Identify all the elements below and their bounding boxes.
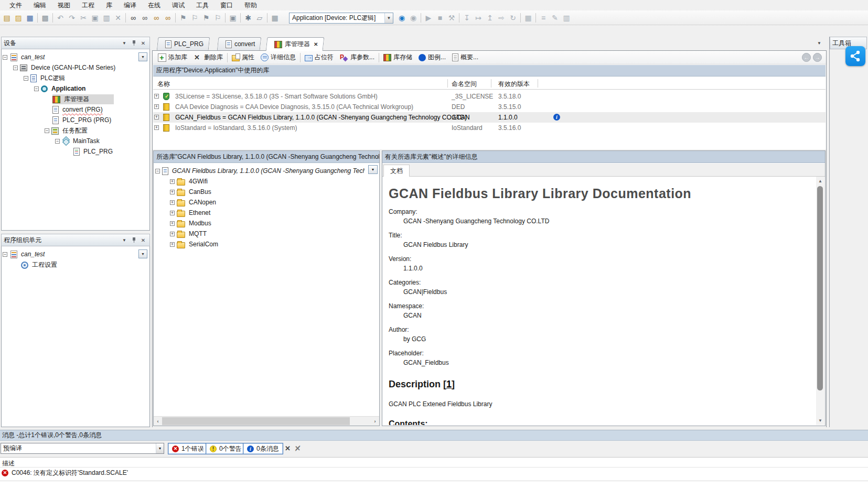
expander-icon[interactable]: + <box>170 242 175 247</box>
library-folder-4gwifi[interactable]: +4GWifi <box>154 176 379 187</box>
library-folder-serialcom[interactable]: +SerialCom <box>154 239 379 249</box>
back-button[interactable]: ← <box>802 53 811 62</box>
clear-message-icon[interactable]: ✕ <box>285 444 291 452</box>
scroll-down-icon[interactable]: ▼ <box>817 418 823 423</box>
chevron-down-icon[interactable]: ▼ <box>138 52 147 61</box>
expander-icon[interactable]: − <box>3 55 7 60</box>
clear-all-messages-icon[interactable]: ✕̸ <box>295 444 301 452</box>
start-button[interactable]: ▶ <box>423 12 434 24</box>
libmgr-details-button[interactable]: 详细信息 <box>258 52 299 63</box>
expander-icon[interactable]: + <box>154 104 159 109</box>
bookmark-toggle-button[interactable]: ⚑ <box>177 12 189 24</box>
library-folder-canopen[interactable]: +CANopen <box>154 197 379 208</box>
force-values-button[interactable]: ≡ <box>538 12 549 24</box>
vertical-scrollbar[interactable]: ▲ ▼ <box>816 177 824 425</box>
description-column-header[interactable]: 描述 <box>0 458 868 468</box>
flow-control-button[interactable]: ▦ <box>522 12 534 24</box>
menu-库[interactable]: 库 <box>100 0 118 11</box>
redo-button[interactable]: ↷ <box>66 12 78 24</box>
build-button[interactable]: ✱ <box>242 12 254 24</box>
bookmark-next-button[interactable]: ⚑ <box>200 12 212 24</box>
column-namespace[interactable]: 命名空间 <box>452 80 477 89</box>
expander-icon[interactable]: + <box>154 115 159 119</box>
message-error-row[interactable]: ✕ C0046: 没有定义标识符'Standard.SCALE' <box>0 468 868 478</box>
chevron-down-icon[interactable]: ▼ <box>138 249 147 258</box>
menu-文件[interactable]: 文件 <box>4 0 28 11</box>
tree-item-plc-[interactable]: −PLC逻辑 <box>2 73 149 83</box>
replace-in-project-button[interactable]: ∞ <box>162 12 174 24</box>
new-file-button[interactable]: ▤ <box>1 12 13 24</box>
pin-icon[interactable] <box>130 39 138 47</box>
warnings-filter-button[interactable]: ! 0个警告 <box>206 443 246 454</box>
expander-icon[interactable]: − <box>13 66 18 70</box>
menu-窗口[interactable]: 窗口 <box>215 0 239 11</box>
library-row-ded[interactable]: +CAA Device Diagnosis = CAA Device Diagn… <box>153 102 826 112</box>
expander-icon[interactable]: + <box>170 179 175 184</box>
reset-button[interactable]: ↻ <box>507 12 519 24</box>
breakpoints-button[interactable]: ⚒ <box>446 12 457 24</box>
expander-icon[interactable]: − <box>55 139 60 144</box>
chevron-down-icon[interactable]: ▼ <box>156 443 164 453</box>
doc-description-ref-link[interactable]: 1 <box>446 379 452 389</box>
build-all-button[interactable]: ▦ <box>269 12 281 24</box>
netdisk-floating-icon[interactable] <box>845 46 865 66</box>
write-values-button[interactable]: ✎ <box>549 12 561 24</box>
library-folder-ethenet[interactable]: +Ethenet <box>154 208 379 218</box>
expander-icon[interactable]: − <box>45 128 49 133</box>
login-button[interactable]: ◉ <box>396 12 408 24</box>
expander-icon[interactable]: − <box>24 76 28 81</box>
tab-list-dropdown-icon[interactable]: ▼ <box>817 41 821 46</box>
open-project-button[interactable]: ▨ <box>13 12 24 24</box>
pin-icon[interactable] <box>130 236 138 244</box>
library-root-item[interactable]: −GCAN Fieldbus Library, 1.1.0.0 (GCAN -S… <box>154 166 379 176</box>
libmgr-add-button[interactable]: 添加库 <box>155 52 190 63</box>
print-button[interactable]: ▩ <box>39 12 51 24</box>
tree-item-convert-prg-[interactable]: convert (PRG) <box>2 104 149 115</box>
tab-plc_prg[interactable]: PLC_PRG <box>157 37 210 50</box>
tree-item-can_test[interactable]: −can_test▼ <box>2 249 149 259</box>
tree-item-device-gcan-plc-m-series-[interactable]: −Device (GCAN-PLC-M Series) <box>2 62 149 73</box>
paste-button[interactable]: ▥ <box>101 12 112 24</box>
bookmark-prev-button[interactable]: ⚐ <box>189 12 200 24</box>
close-tab-icon[interactable]: ✕ <box>314 41 318 47</box>
scroll-up-icon[interactable]: ▲ <box>817 179 823 183</box>
info-icon[interactable]: i <box>553 114 560 121</box>
libmgr-params-button[interactable]: 库参数... <box>337 52 378 63</box>
expander-icon[interactable]: + <box>154 125 159 130</box>
toggle-display-button[interactable]: ▥ <box>561 12 572 24</box>
library-folder-modbus[interactable]: +Modbus <box>154 218 379 229</box>
expander-icon[interactable]: + <box>170 211 175 215</box>
expander-icon[interactable]: + <box>170 232 175 236</box>
tree-item--[interactable]: −任务配置 <box>2 125 149 136</box>
scrollbar-thumb[interactable] <box>162 417 350 425</box>
libmgr-summary-button[interactable]: 概要... <box>449 52 481 63</box>
close-icon[interactable]: ✕ <box>139 39 147 47</box>
menu-帮助[interactable]: 帮助 <box>239 0 263 11</box>
libmgr-books-button[interactable]: 库存储 <box>380 52 415 63</box>
horizontal-scrollbar[interactable]: ‹ › <box>154 416 379 426</box>
tree-item-application[interactable]: −Application <box>2 83 149 94</box>
step-into-button[interactable]: ↦ <box>473 12 484 24</box>
new-object-button[interactable]: ▱ <box>254 12 265 24</box>
expander-icon[interactable]: − <box>3 252 7 257</box>
save-button[interactable]: ▦ <box>24 12 36 24</box>
column-name[interactable]: 名称 <box>157 80 170 89</box>
find-in-project-button[interactable]: ∞ <box>151 12 162 24</box>
infos-filter-button[interactable]: i 0条消息 <box>243 443 283 454</box>
menu-调试[interactable]: 调试 <box>166 0 190 11</box>
libmgr-prop-button[interactable]: 属性 <box>229 52 258 63</box>
logout-button[interactable]: ◉ <box>408 12 419 24</box>
find-button[interactable]: ∞ <box>127 12 139 24</box>
expander-icon[interactable]: + <box>170 221 175 226</box>
stop-button[interactable]: ■ <box>434 12 446 24</box>
scroll-right-icon[interactable]: › <box>371 418 379 425</box>
message-category-select[interactable]: 预编译 ▼ <box>1 443 164 454</box>
tree-item--[interactable]: 库管理器 <box>2 94 149 104</box>
menu-编译[interactable]: 编译 <box>118 0 142 11</box>
tree-item-can_test[interactable]: −can_test▼ <box>2 52 149 62</box>
libmgr-legend-button[interactable]: 图例... <box>415 52 449 63</box>
step-out-button[interactable]: ↥ <box>484 12 496 24</box>
tree-item-maintask[interactable]: −MainTask <box>2 136 149 146</box>
menu-工具[interactable]: 工具 <box>190 0 215 11</box>
scroll-left-icon[interactable]: ‹ <box>154 418 162 425</box>
